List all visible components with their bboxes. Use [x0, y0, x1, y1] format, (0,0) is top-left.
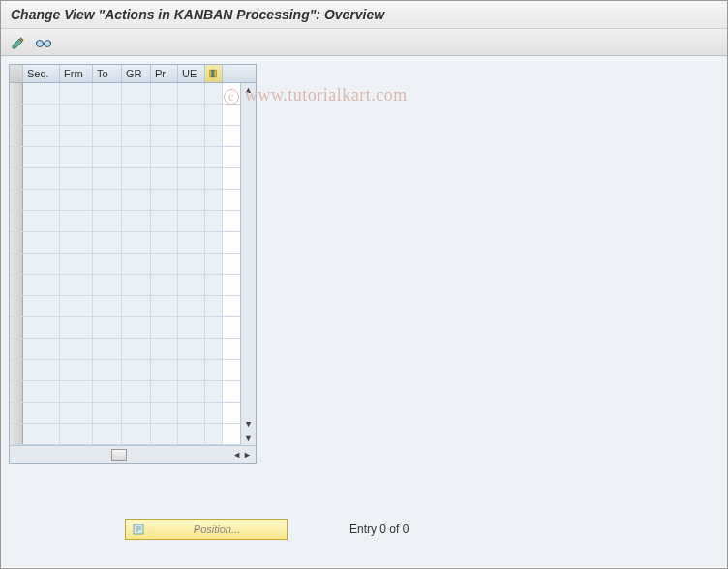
row-selector[interactable]: [10, 381, 23, 402]
cell[interactable]: [122, 232, 151, 253]
cell[interactable]: [23, 254, 60, 274]
cell[interactable]: [122, 275, 151, 295]
row-selector[interactable]: [10, 360, 23, 380]
cell[interactable]: [23, 360, 60, 380]
cell[interactable]: [122, 317, 151, 338]
cell[interactable]: [93, 168, 122, 189]
row-selector[interactable]: [10, 254, 23, 274]
cell[interactable]: [122, 381, 151, 402]
cell[interactable]: [178, 254, 205, 274]
cell[interactable]: [178, 105, 205, 125]
row-selector[interactable]: [10, 83, 23, 104]
cell[interactable]: [60, 168, 93, 189]
select-all-handle[interactable]: [10, 65, 23, 82]
cell[interactable]: [23, 381, 60, 402]
cell[interactable]: [23, 211, 60, 231]
cell[interactable]: [122, 254, 151, 274]
position-button[interactable]: Position...: [125, 519, 288, 540]
table-row[interactable]: [10, 211, 240, 232]
cell[interactable]: [122, 211, 151, 231]
scroll-left-icon[interactable]: ◄: [232, 448, 241, 462]
cell[interactable]: [151, 83, 178, 104]
cell[interactable]: [151, 296, 178, 316]
cell[interactable]: [60, 211, 93, 231]
cell[interactable]: [60, 105, 93, 125]
table-row[interactable]: [10, 339, 240, 360]
cell[interactable]: [23, 296, 60, 316]
cell[interactable]: [178, 83, 205, 104]
cell[interactable]: [151, 211, 178, 231]
cell[interactable]: [151, 168, 178, 189]
cell[interactable]: [178, 275, 205, 295]
cell[interactable]: [60, 381, 93, 402]
col-header-ue[interactable]: UE: [178, 65, 205, 82]
edit-icon[interactable]: [9, 33, 28, 52]
scroll-right-icon[interactable]: ►: [243, 448, 252, 462]
cell[interactable]: [178, 360, 205, 380]
cell[interactable]: [93, 296, 122, 316]
cell[interactable]: [23, 83, 60, 104]
cell[interactable]: [93, 232, 122, 253]
row-selector[interactable]: [10, 339, 23, 359]
cell[interactable]: [23, 190, 60, 210]
table-row[interactable]: [10, 424, 240, 445]
cell[interactable]: [178, 381, 205, 402]
vertical-scrollbar[interactable]: ▲ ▲ ▼: [240, 83, 256, 445]
cell[interactable]: [178, 190, 205, 210]
col-header-pr[interactable]: Pr: [151, 65, 178, 82]
row-selector[interactable]: [10, 211, 23, 231]
cell[interactable]: [23, 424, 60, 444]
cell[interactable]: [151, 126, 178, 146]
cell[interactable]: [93, 403, 122, 423]
row-selector[interactable]: [10, 232, 23, 253]
table-row[interactable]: [10, 381, 240, 403]
table-row[interactable]: [10, 296, 240, 317]
cell[interactable]: [93, 275, 122, 295]
row-selector[interactable]: [10, 105, 23, 125]
cell[interactable]: [122, 296, 151, 316]
cell[interactable]: [93, 105, 122, 125]
cell[interactable]: [93, 317, 122, 338]
cell[interactable]: [93, 360, 122, 380]
cell[interactable]: [151, 339, 178, 359]
cell[interactable]: [60, 339, 93, 359]
cell[interactable]: [178, 339, 205, 359]
cell[interactable]: [23, 126, 60, 146]
cell[interactable]: [60, 360, 93, 380]
col-header-to[interactable]: To: [93, 65, 122, 82]
scroll-down2-icon[interactable]: ▼: [244, 432, 253, 445]
row-selector[interactable]: [10, 126, 23, 146]
col-header-gr[interactable]: GR: [122, 65, 151, 82]
cell[interactable]: [122, 424, 151, 444]
row-selector[interactable]: [10, 317, 23, 338]
cell[interactable]: [151, 190, 178, 210]
cell[interactable]: [60, 254, 93, 274]
cell[interactable]: [60, 296, 93, 316]
cell[interactable]: [93, 211, 122, 231]
cell[interactable]: [60, 147, 93, 167]
table-row[interactable]: [10, 190, 240, 211]
cell[interactable]: [93, 83, 122, 104]
row-selector[interactable]: [10, 403, 23, 423]
row-selector[interactable]: [10, 147, 23, 167]
table-row[interactable]: [10, 403, 240, 424]
table-row[interactable]: [10, 126, 240, 147]
cell[interactable]: [122, 168, 151, 189]
cell[interactable]: [122, 403, 151, 423]
cell[interactable]: [151, 232, 178, 253]
cell[interactable]: [93, 339, 122, 359]
cell[interactable]: [23, 168, 60, 189]
cell[interactable]: [60, 83, 93, 104]
cell[interactable]: [60, 126, 93, 146]
cell[interactable]: [178, 126, 205, 146]
cell[interactable]: [151, 105, 178, 125]
glasses-icon[interactable]: [34, 33, 53, 52]
scroll-down-icon[interactable]: ▲: [244, 418, 253, 432]
row-selector[interactable]: [10, 424, 23, 444]
table-row[interactable]: [10, 105, 240, 126]
cell[interactable]: [23, 339, 60, 359]
cell[interactable]: [93, 381, 122, 402]
cell[interactable]: [151, 424, 178, 444]
row-selector[interactable]: [10, 168, 23, 189]
cell[interactable]: [60, 190, 93, 210]
